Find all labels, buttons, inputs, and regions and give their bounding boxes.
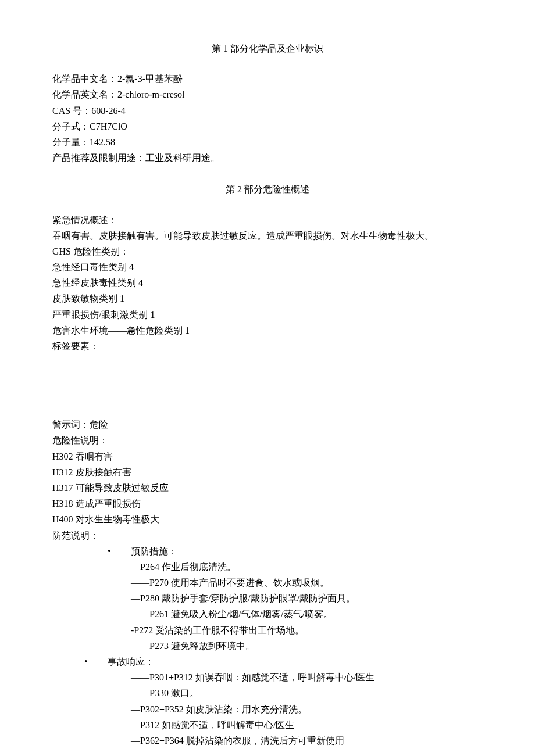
prevention-item: ——P261 避免吸入粉尘/烟/气体/烟雾/蒸气/喷雾。 (131, 606, 483, 622)
response-item: —P362+P364 脱掉沾染的衣服，清洗后方可重新使用 (131, 733, 483, 748)
response-item: ——P330 漱口。 (131, 685, 483, 701)
prevention-item: ——P273 避免释放到环境中。 (131, 638, 483, 654)
ghs-class-item: 急性经皮肤毒性类别 4 (52, 275, 483, 291)
prevention-item: —P280 戴防护手套/穿防护服/戴防护眼罩/戴防护面具。 (131, 590, 483, 606)
ghs-class-item: 皮肤致敏物类别 1 (52, 291, 483, 306)
prevention-label: 预防措施： (131, 543, 177, 559)
ghs-class-item: 急性经口毒性类别 4 (52, 259, 483, 275)
response-item: ——P301+P312 如误吞咽：如感觉不适，呼叫解毒中心/医生 (131, 669, 483, 685)
prevention-item: —P264 作业后彻底清洗。 (131, 559, 483, 575)
ghs-class-label: GHS 危险性类别： (52, 243, 483, 259)
prevention-item: -P272 受沾染的工作服不得带出工作场地。 (131, 622, 483, 638)
ghs-class-item: 危害水生环境——急性危险类别 1 (52, 323, 483, 338)
hazard-statement: H318 造成严重眼损伤 (52, 496, 483, 511)
response-item: —P302+P352 如皮肤沾染：用水充分清洗。 (131, 701, 483, 717)
label-elements: 标签要素： (52, 338, 483, 354)
recommended-use: 产品推荐及限制用途：工业及科研用途。 (52, 150, 483, 166)
emergency-overview-text: 吞咽有害。皮肤接触有害。可能导致皮肤过敏反应。造成严重眼损伤。对水生生物毒性极大… (52, 228, 483, 243)
response-item: —P312 如感觉不适，呼叫解毒中心/医生 (131, 717, 483, 733)
molecular-formula: 分子式：C7H7ClO (52, 119, 483, 134)
emergency-overview-label: 紧急情况概述： (52, 212, 483, 228)
bullet-icon: • (108, 543, 131, 559)
hazard-statement: H400 对水生生物毒性极大 (52, 511, 483, 527)
hazard-statement: H302 吞咽有害 (52, 449, 483, 464)
signal-word: 警示词：危险 (52, 417, 483, 432)
chem-name-cn: 化学品中文名：2-氯-3-甲基苯酚 (52, 71, 483, 87)
prevention-item: ——P270 使用本产品时不要进食、饮水或吸烟。 (131, 575, 483, 590)
prevention-bullet: • 预防措施： (108, 543, 483, 559)
precautionary-label: 防范说明： (52, 528, 483, 543)
section-1-title: 第 1 部分化学品及企业标识 (52, 41, 483, 56)
hazard-statement: H317 可能导致皮肤过敏反应 (52, 480, 483, 496)
section-2-title: 第 2 部分危险性概述 (52, 181, 483, 197)
ghs-class-item: 严重眼损伤/眼刺激类别 1 (52, 307, 483, 323)
bullet-icon: • (84, 654, 108, 669)
molecular-weight: 分子量：142.58 (52, 134, 483, 150)
response-label: 事故响应： (108, 654, 154, 669)
hazard-statements-label: 危险性说明： (52, 432, 483, 448)
hazard-statement: H312 皮肤接触有害 (52, 464, 483, 480)
cas-number: CAS 号：608-26-4 (52, 103, 483, 119)
chem-name-en: 化学品英文名：2-chloro-m-cresol (52, 87, 483, 102)
response-bullet: • 事故响应： (84, 654, 483, 669)
